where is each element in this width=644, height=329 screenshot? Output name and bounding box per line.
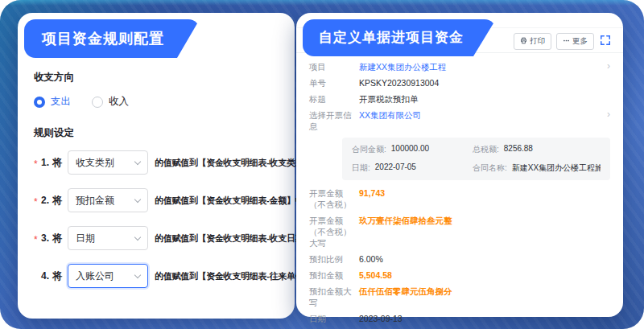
print-button-label: 打印 <box>530 36 545 47</box>
more-button-label: 更多 <box>572 36 588 47</box>
chevron-right-icon[interactable]: › <box>607 109 610 120</box>
rule-index: 3. <box>41 232 49 244</box>
field-row-invoice-amount: 开票金额（不含税） 91,743 <box>296 185 623 212</box>
chevron-down-icon <box>134 271 141 278</box>
header-toolbar: 打印 更多 <box>514 33 612 50</box>
more-button[interactable]: 更多 <box>556 33 594 50</box>
contract-amount-value: 100000.00 <box>391 144 429 155</box>
required-asterisk: * <box>34 158 41 170</box>
panel-title-badge: 自定义单据进项目资金 <box>303 19 496 56</box>
more-icon <box>563 37 570 46</box>
field-label: 开票金额（不含税） <box>309 187 359 210</box>
rule-3-field-select[interactable]: 日期 <box>68 226 148 250</box>
radio-unselected-icon <box>92 97 103 108</box>
field-row-date: 日期 2023-09-13 <box>296 310 623 327</box>
radio-selected-icon <box>34 97 45 108</box>
direction-radio-group: 支出 收入 <box>34 95 285 109</box>
field-label: 单号 <box>309 77 359 88</box>
field-row-doc-no: 单号 KPSKY20230913004 <box>296 75 623 91</box>
rule-4-field-select[interactable]: 入账公司 <box>68 264 148 288</box>
radio-expense[interactable]: 支出 <box>34 95 71 109</box>
marketing-frame: 项目资金规则配置 收支方向 支出 收入 规则设定 * 1. 将 <box>0 0 644 329</box>
contract-tax: 总税额: 8256.88 <box>473 144 601 155</box>
contract-tax-value: 8256.88 <box>504 144 533 155</box>
chevron-down-icon <box>134 195 141 202</box>
withhold-amount-value: 5,504.58 <box>359 269 392 281</box>
contract-name-value: 新建XX集团办公楼工程施工总承包合同 <box>512 162 601 174</box>
field-row-withhold-amount: 预扣金额 5,504.58 <box>296 267 623 283</box>
contract-tax-label: 总税额: <box>473 144 499 155</box>
field-label: 预扣比例 <box>309 253 359 265</box>
rule-prefix: 将 <box>52 269 62 283</box>
direction-section-label: 收支方向 <box>34 71 285 84</box>
contract-amount-label: 合同金额: <box>352 144 386 155</box>
field-label: 选择开票信息 <box>309 109 359 132</box>
field-label: 预扣金额 <box>309 269 359 281</box>
panel-title-badge: 项目资金规则配置 <box>24 19 200 58</box>
print-button[interactable]: 打印 <box>514 33 551 50</box>
chevron-down-icon <box>134 158 141 164</box>
rule-prefix: 将 <box>52 232 62 245</box>
field-label: 预扣金额大写 <box>309 286 359 308</box>
fullscreen-button[interactable] <box>599 34 612 49</box>
detail-fields: 项目 新建XX集团办公楼工程 › 单号 KPSKY20230913004 标题 … <box>296 53 623 329</box>
select-value: 预扣金额 <box>76 194 114 208</box>
rule-row-2: * 2. 将 预扣金额 的值赋值到【资金收支明细表-金额】中 <box>34 188 285 212</box>
field-label: 标题 <box>309 93 359 105</box>
rules-list: * 1. 将 收支类别 的值赋值到【资金收支明细表-收支类别】中 * 2. 将 … <box>34 150 285 288</box>
rule-row-3: * 3. 将 日期 的值赋值到【资金收支明细表-收支日期】中 <box>34 226 285 250</box>
rule-config-panel: 项目资金规则配置 收支方向 支出 收入 规则设定 * 1. 将 <box>18 13 295 319</box>
fullscreen-icon <box>600 35 611 48</box>
contract-name-label: 合同名称: <box>473 162 507 174</box>
field-row-title: 标题 开票税款预扣单 <box>296 91 623 107</box>
radio-income-label: 收入 <box>109 95 129 109</box>
rule-prefix: 将 <box>52 194 62 208</box>
withhold-amount-caps-value: 伍仟伍佰零肆元伍角捌分 <box>359 286 452 297</box>
invoice-amount-value: 91,743 <box>359 187 385 199</box>
field-label: 开票金额（不含税）大写 <box>309 215 359 249</box>
field-label: 项目 <box>309 61 359 72</box>
field-row-invoice-info: 选择开票信息 XX集团有限公司 › <box>296 107 623 134</box>
rule-index: 4. <box>41 270 49 282</box>
rule-row-1: * 1. 将 收支类别 的值赋值到【资金收支明细表-收支类别】中 <box>34 150 285 175</box>
rules-section-label: 规则设定 <box>34 126 285 140</box>
select-value: 收支类别 <box>76 156 114 170</box>
date-value: 2023-09-13 <box>359 313 402 324</box>
field-value: 开票税款预扣单 <box>359 93 419 105</box>
contract-name: 合同名称: 新建XX集团办公楼工程施工总承包合同 <box>473 162 601 174</box>
invoice-company-link[interactable]: XX集团有限公司 <box>359 109 421 121</box>
withhold-ratio-value: 6.00% <box>359 253 383 265</box>
required-asterisk: * <box>34 234 41 245</box>
contract-summary-box: 合同金额: 100000.00 总税额: 8256.88 日期: 2022-07… <box>342 138 610 180</box>
rule-prefix: 将 <box>52 156 62 170</box>
field-row-withhold-amount-caps: 预扣金额大写 伍仟伍佰零肆元伍角捌分 <box>296 283 623 310</box>
rule-2-field-select[interactable]: 预扣金额 <box>68 188 148 212</box>
field-row-invoice-amount-caps: 开票金额（不含税）大写 玖万壹仟柒佰肆拾叁元整 <box>296 212 623 251</box>
field-row-withhold-ratio: 预扣比例 6.00% <box>296 251 623 267</box>
rule-row-4: * 4. 将 入账公司 的值赋值到【资金收支明细表-往来单位】中 <box>34 264 285 288</box>
project-link[interactable]: 新建XX集团办公楼工程 <box>359 61 447 72</box>
contract-date-value: 2022-07-05 <box>375 162 416 174</box>
select-value: 入账公司 <box>76 269 114 283</box>
field-value: KPSKY20230913004 <box>359 77 439 88</box>
contract-amount: 合同金额: 100000.00 <box>352 144 473 155</box>
rule-index: 2. <box>41 195 49 206</box>
contract-date: 日期: 2022-07-05 <box>352 162 473 174</box>
chevron-right-icon[interactable]: › <box>607 61 610 72</box>
field-row-project: 项目 新建XX集团办公楼工程 › <box>296 59 623 75</box>
field-label: 日期 <box>309 313 359 324</box>
contract-date-label: 日期: <box>352 162 370 174</box>
radio-expense-label: 支出 <box>51 95 71 109</box>
rule-suffix: 的值赋值到【资金收支明细表-金额】中 <box>155 195 303 207</box>
printer-icon <box>520 37 527 46</box>
required-asterisk: * <box>34 196 41 208</box>
rule-index: 1. <box>41 157 49 168</box>
document-detail-panel: 自定义单据进项目资金 打印 更多 基本信息 审批记录 <box>296 13 623 317</box>
select-value: 日期 <box>76 232 95 245</box>
radio-income[interactable]: 收入 <box>92 95 129 109</box>
invoice-amount-caps-value: 玖万壹仟柒佰肆拾叁元整 <box>359 215 452 226</box>
rule-1-field-select[interactable]: 收支类别 <box>68 150 148 175</box>
chevron-down-icon <box>134 233 141 240</box>
